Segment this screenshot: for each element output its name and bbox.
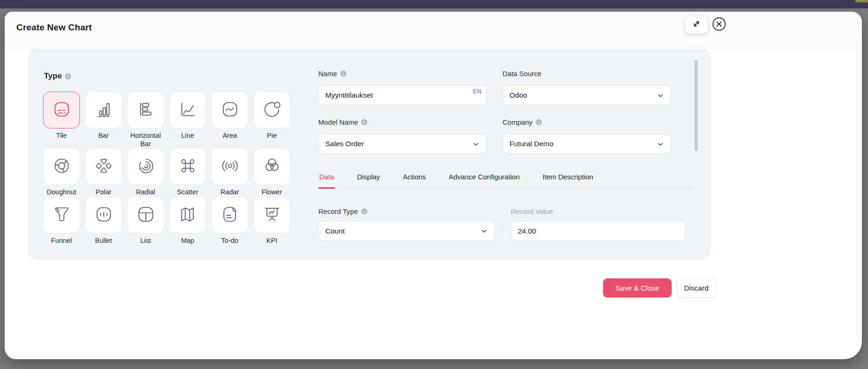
expand-icon bbox=[691, 18, 702, 31]
save-and-close-button[interactable]: Save & Close bbox=[603, 278, 672, 298]
name-info-icon[interactable]: i bbox=[340, 71, 346, 77]
chart-type-label: Radar bbox=[221, 188, 239, 197]
language-badge[interactable]: EN bbox=[473, 88, 481, 95]
discard-button[interactable]: Discard bbox=[676, 278, 716, 298]
chevron-down-icon bbox=[657, 141, 664, 150]
bar-chart-icon bbox=[93, 99, 115, 122]
tab-item-description[interactable]: Item Description bbox=[542, 173, 594, 188]
bullet-chart-icon bbox=[93, 204, 115, 227]
chart-type-label: Line bbox=[181, 132, 194, 140]
chart-type-grid: Tile Bar bbox=[43, 92, 290, 245]
tab-display[interactable]: Display bbox=[356, 173, 381, 188]
close-dialog-button[interactable] bbox=[712, 18, 726, 32]
chart-type-label: Funnel bbox=[51, 237, 72, 245]
chart-type-label: Tile bbox=[56, 132, 67, 140]
scatter-chart-icon bbox=[177, 155, 199, 178]
chart-type-label: Flower bbox=[262, 188, 282, 197]
chart-type-label: Radial bbox=[136, 188, 155, 197]
company-info-icon[interactable]: i bbox=[536, 119, 542, 125]
chart-type-area[interactable]: Area bbox=[211, 92, 248, 148]
chart-type-line[interactable]: Line bbox=[169, 92, 206, 148]
create-new-chart-dialog: Create New Chart Type i bbox=[5, 12, 862, 359]
map-chart-icon bbox=[177, 204, 199, 227]
chart-type-scatter[interactable]: Scatter bbox=[169, 148, 206, 197]
company-field-label: Company i bbox=[502, 118, 542, 126]
chart-type-label: Bullet bbox=[95, 237, 112, 245]
record-type-field-label: Record Type i bbox=[318, 207, 367, 215]
expand-dialog-button[interactable] bbox=[685, 16, 708, 34]
chart-type-label: Doughnut bbox=[47, 188, 76, 197]
chart-type-radar[interactable]: Radar bbox=[211, 148, 248, 197]
topbar-accent-sliver bbox=[855, 0, 868, 2]
record-value-field-label: Record Value bbox=[511, 207, 553, 215]
chevron-down-icon bbox=[472, 141, 480, 150]
chart-type-polar[interactable]: Polar bbox=[85, 148, 122, 197]
kpi-chart-icon bbox=[261, 204, 283, 227]
chart-type-label: Horizontal Bar bbox=[127, 132, 164, 148]
company-select[interactable]: Futural Demo bbox=[502, 134, 671, 154]
chart-type-radial[interactable]: Radial bbox=[127, 148, 164, 197]
chart-type-label: Map bbox=[181, 237, 194, 245]
model-name-field-label: Model Name i bbox=[318, 118, 367, 126]
name-input[interactable]: Myyntitilaukset EN bbox=[318, 85, 487, 105]
chart-type-horizontal-bar[interactable]: Horizontal Bar bbox=[127, 92, 164, 148]
chart-type-kpi[interactable]: KPI bbox=[253, 197, 290, 245]
tab-advance-configuration[interactable]: Advance Configuration bbox=[448, 173, 521, 188]
type-label: Type bbox=[44, 71, 62, 81]
horizontal-bar-chart-icon bbox=[135, 99, 157, 122]
chart-type-bullet[interactable]: Bullet bbox=[85, 197, 122, 245]
tab-actions[interactable]: Actions bbox=[402, 173, 427, 188]
card-scrollbar[interactable] bbox=[695, 60, 698, 151]
chart-type-flower[interactable]: Flower bbox=[253, 148, 290, 197]
model-name-select[interactable]: Sales Order bbox=[318, 134, 487, 154]
chevron-down-icon bbox=[657, 92, 664, 101]
chart-type-label: Scatter bbox=[177, 188, 199, 197]
type-info-icon[interactable]: i bbox=[65, 73, 71, 79]
chart-type-label: List bbox=[140, 237, 151, 245]
chart-type-funnel[interactable]: Funnel bbox=[43, 197, 80, 245]
type-section-header: Type i bbox=[44, 71, 71, 81]
area-chart-icon bbox=[219, 99, 241, 122]
chart-settings-card: Type i Tile bbox=[28, 49, 710, 259]
chevron-down-icon bbox=[481, 227, 488, 237]
record-type-select[interactable]: Count bbox=[318, 221, 495, 241]
funnel-chart-icon bbox=[51, 204, 72, 227]
chart-type-tile[interactable]: Tile bbox=[43, 92, 80, 148]
polar-chart-icon bbox=[93, 155, 115, 178]
chart-type-bar[interactable]: Bar bbox=[85, 92, 122, 148]
record-type-info-icon[interactable]: i bbox=[361, 208, 367, 214]
tile-chart-icon bbox=[51, 99, 72, 122]
doughnut-chart-icon bbox=[51, 155, 72, 178]
pie-chart-icon bbox=[261, 99, 283, 122]
chart-type-label: Area bbox=[222, 132, 237, 140]
browser-top-bar bbox=[0, 0, 868, 8]
radial-chart-icon bbox=[135, 155, 157, 178]
list-chart-icon bbox=[135, 204, 157, 227]
chart-type-label: KPI bbox=[266, 237, 277, 245]
line-chart-icon bbox=[177, 99, 199, 122]
dialog-header: Create New Chart bbox=[5, 12, 862, 45]
radar-chart-icon bbox=[219, 155, 241, 178]
flower-chart-icon bbox=[261, 155, 283, 178]
chart-type-doughnut[interactable]: Doughnut bbox=[43, 148, 80, 197]
name-field-label: Name i bbox=[318, 70, 346, 78]
tab-data[interactable]: Data bbox=[318, 173, 335, 189]
todo-chart-icon bbox=[219, 204, 241, 227]
chart-type-todo[interactable]: To-do bbox=[211, 197, 248, 245]
chart-type-label: Polar bbox=[96, 188, 112, 197]
model-name-info-icon[interactable]: i bbox=[361, 119, 367, 125]
data-source-field-label: Data Source bbox=[502, 70, 541, 78]
chart-type-list[interactable]: List bbox=[127, 197, 164, 245]
data-source-select[interactable]: Odoo bbox=[502, 85, 671, 105]
dialog-title: Create New Chart bbox=[16, 22, 92, 33]
chart-type-pie[interactable]: Pie bbox=[253, 92, 290, 148]
chart-type-label: To-do bbox=[221, 237, 238, 245]
record-value-input[interactable]: 24.00 bbox=[511, 221, 686, 241]
settings-tab-bar: Data Display Actions Advance Configurati… bbox=[318, 173, 692, 188]
chart-type-map[interactable]: Map bbox=[169, 197, 206, 245]
close-icon bbox=[712, 17, 726, 33]
chart-type-label: Pie bbox=[267, 132, 277, 140]
chart-type-label: Bar bbox=[98, 132, 109, 140]
screen: Create New Chart Type i bbox=[0, 0, 868, 369]
